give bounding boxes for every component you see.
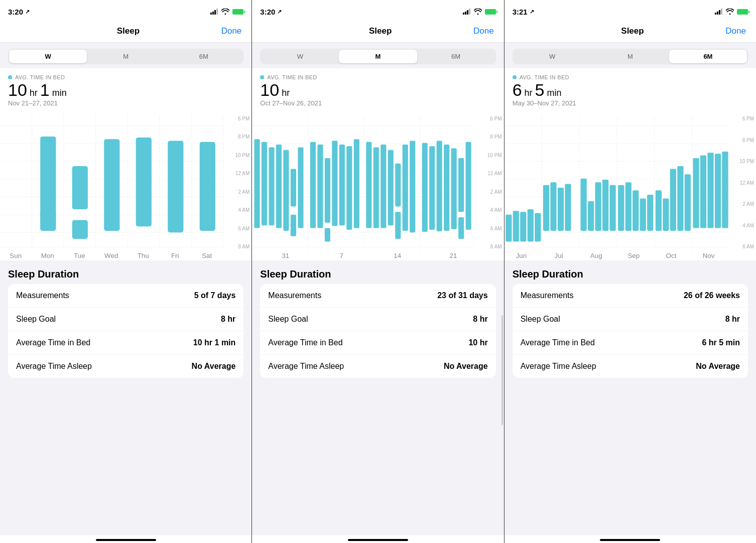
svg-rect-87: [719, 10, 720, 15]
battery-icon: [232, 9, 243, 15]
week-chart-svg: Sun Mon Tue Wed Thu Fri Sat: [0, 115, 251, 260]
segment-6m-2[interactable]: 6M: [417, 50, 495, 63]
svg-rect-103: [513, 211, 519, 241]
sleep-duration-section-3: Sleep Duration Measurements 26 of 26 wee…: [505, 260, 756, 535]
svg-rect-126: [693, 158, 699, 228]
segment-6m-1[interactable]: 6M: [165, 50, 242, 63]
svg-rect-51: [269, 147, 275, 225]
svg-rect-104: [520, 212, 526, 241]
svg-rect-68: [388, 150, 394, 225]
nav-title-2: Sleep: [369, 26, 392, 36]
svg-rect-122: [663, 198, 669, 230]
nav-title-3: Sleep: [621, 26, 644, 36]
segment-month-2[interactable]: M: [339, 50, 417, 63]
svg-text:Thu: Thu: [138, 252, 149, 259]
svg-rect-2: [214, 10, 216, 15]
chart-week: Sun Mon Tue Wed Thu Fri Sat 6 PM 8 PM 10…: [0, 115, 251, 260]
status-bar-2: 3:20 ↗: [252, 0, 503, 22]
avg-label-3: AVG. TIME IN BED: [513, 74, 748, 80]
chart-section-1: AVG. TIME IN BED 10 hr 1 min Nov 21–27, …: [0, 68, 251, 115]
svg-rect-22: [72, 220, 88, 239]
svg-rect-128: [707, 153, 713, 228]
svg-rect-54: [291, 169, 296, 206]
segment-month-3[interactable]: M: [591, 50, 669, 63]
sleep-duration-title-1: Sleep Duration: [0, 260, 251, 284]
svg-text:14: 14: [394, 252, 402, 259]
avg-value-1: 10 hr 1 min: [8, 81, 243, 98]
status-icons-3: [715, 9, 748, 15]
location-arrow-icon-2: ↗: [277, 9, 282, 15]
svg-rect-57: [310, 142, 316, 228]
battery-icon-3: [737, 9, 748, 15]
done-button-3[interactable]: Done: [725, 26, 746, 36]
svg-rect-37: [469, 9, 470, 15]
segment-control-2[interactable]: W M 6M: [260, 49, 495, 64]
svg-rect-112: [588, 201, 594, 231]
svg-text:Jul: Jul: [554, 252, 563, 259]
svg-text:Oct: Oct: [666, 252, 676, 259]
segment-control-1[interactable]: W M 6M: [8, 49, 243, 64]
svg-text:Jun: Jun: [516, 252, 527, 259]
svg-rect-73: [422, 143, 428, 232]
nav-bar-1: Sleep Done: [0, 22, 251, 43]
svg-rect-1: [212, 12, 214, 15]
avg-label-1: AVG. TIME IN BED: [8, 74, 243, 80]
status-time-2: 3:20 ↗: [260, 8, 282, 16]
segment-week-2[interactable]: W: [261, 50, 339, 63]
done-button-1[interactable]: Done: [221, 26, 242, 36]
svg-rect-20: [40, 212, 56, 222]
svg-rect-74: [429, 146, 435, 229]
svg-rect-61: [332, 141, 338, 226]
svg-rect-77: [451, 149, 457, 229]
segment-control-3[interactable]: W M 6M: [513, 49, 748, 64]
svg-rect-71: [403, 145, 408, 231]
svg-rect-3: [216, 9, 218, 15]
wifi-icon-2: [474, 9, 482, 15]
home-indicator-1: [0, 535, 251, 543]
segment-6m-3[interactable]: 6M: [669, 50, 747, 63]
stat-row-asleep-3: Average Time Asleep No Average: [513, 355, 748, 378]
svg-rect-79: [458, 217, 464, 239]
nav-title-1: Sleep: [117, 26, 140, 36]
svg-text:Sun: Sun: [10, 252, 22, 259]
svg-rect-111: [580, 179, 586, 231]
svg-rect-62: [339, 145, 345, 225]
svg-text:Sep: Sep: [627, 252, 640, 259]
svg-rect-76: [444, 145, 449, 231]
avg-dot-2: [260, 75, 264, 79]
y-axis-1: 6 PM 8 PM 10 PM 12 AM 2 AM 4 AM 6 AM 8 A…: [226, 115, 251, 250]
svg-rect-106: [535, 213, 541, 241]
segment-month-1[interactable]: M: [87, 50, 165, 63]
svg-rect-120: [647, 195, 653, 231]
svg-rect-121: [655, 190, 661, 231]
svg-text:Wed: Wed: [104, 252, 118, 259]
avg-date-3: May 30–Nov 27, 2021: [513, 99, 748, 107]
sleep-duration-title-3: Sleep Duration: [505, 260, 756, 284]
status-time-3: 3:21 ↗: [513, 8, 534, 16]
svg-rect-105: [527, 209, 533, 241]
stat-row-bed-1: Average Time in Bed 10 hr 1 min: [8, 331, 243, 355]
avg-label-2: AVG. TIME IN BED: [260, 74, 495, 80]
chart-section-2: AVG. TIME IN BED 10 hr Oct 27–Nov 26, 20…: [252, 68, 503, 115]
svg-rect-49: [255, 139, 260, 228]
segment-week-3[interactable]: W: [514, 50, 591, 63]
avg-date-2: Oct 27–Nov 26, 2021: [260, 99, 495, 107]
status-icons-1: [210, 9, 243, 15]
y-axis-2: 6 PM 8 PM 10 PM 12 AM 2 AM 4 AM 6 AM 8 A…: [479, 115, 504, 250]
chart-6m: Jun Jul Aug Sep Oct Nov 6 PM 8 PM 10 PM …: [505, 115, 756, 260]
home-bar-2: [348, 539, 408, 541]
done-button-2[interactable]: Done: [473, 26, 494, 36]
nav-bar-2: Sleep Done: [252, 22, 503, 43]
svg-rect-109: [557, 188, 563, 231]
svg-rect-60: [325, 228, 330, 242]
svg-rect-34: [463, 13, 464, 15]
status-bar-1: 3:20 ↗: [0, 0, 251, 22]
screen-week: 3:20 ↗ Sleep Done W M 6M: [0, 0, 252, 543]
stat-row-asleep-2: Average Time Asleep No Average: [260, 355, 495, 378]
stat-row-goal-3: Sleep Goal 8 hr: [513, 308, 748, 331]
location-arrow-icon: ↗: [25, 9, 30, 15]
svg-rect-52: [276, 145, 282, 228]
chart-section-3: AVG. TIME IN BED 6 hr 5 min May 30–Nov 2…: [505, 68, 756, 115]
svg-rect-86: [717, 12, 718, 15]
segment-week-1[interactable]: W: [9, 50, 87, 63]
